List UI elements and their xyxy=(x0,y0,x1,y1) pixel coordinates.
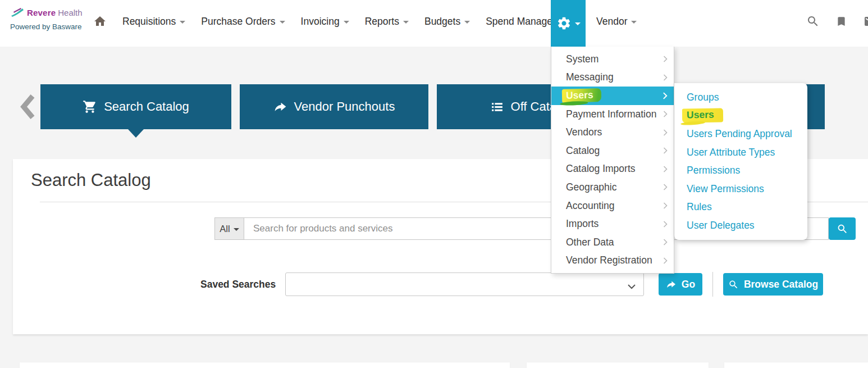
submenu-item-user-attribute-types[interactable]: User Attribute Types xyxy=(674,143,807,162)
go-button[interactable]: Go xyxy=(659,273,702,296)
search-icon xyxy=(728,279,739,290)
search-icon xyxy=(837,223,848,235)
nav-item-invoicing[interactable]: Invoicing xyxy=(301,16,349,28)
menu-item-imports[interactable]: Imports xyxy=(551,215,674,233)
chevron-right-icon xyxy=(663,147,668,154)
chevron-down-icon xyxy=(464,21,470,24)
saved-searches-select[interactable] xyxy=(285,272,644,296)
bottom-card xyxy=(527,362,709,368)
app-header: RevereHealth Powered by Basware Requisit… xyxy=(0,0,868,47)
tab-vendor-punchouts[interactable]: Vendor Punchouts xyxy=(240,84,428,129)
menu-item-accounting[interactable]: Accounting xyxy=(551,197,674,215)
chevron-right-icon xyxy=(663,129,668,136)
nav-item-requisitions[interactable]: Requisitions xyxy=(122,16,185,28)
chevron-down-icon xyxy=(344,21,349,24)
header-icons xyxy=(806,0,868,43)
menu-item-other-data[interactable]: Other Data xyxy=(551,233,674,252)
menu-item-catalog-imports[interactable]: Catalog Imports xyxy=(551,160,674,179)
submenu-item-users[interactable]: Users xyxy=(674,107,807,125)
chevron-down-icon xyxy=(575,22,581,25)
tab-search-catalog[interactable]: Search Catalog xyxy=(40,84,231,129)
chevron-left-icon xyxy=(19,94,36,120)
brand-name-primary: Revere xyxy=(27,8,56,17)
menu-item-payment-information[interactable]: Payment Information xyxy=(551,105,674,124)
tab-label: Search Catalog xyxy=(104,99,189,114)
search-icon[interactable] xyxy=(806,15,820,28)
menu-item-vendor-registration[interactable]: Vendor Registration xyxy=(551,252,674,270)
browse-catalog-button[interactable]: Browse Catalog xyxy=(723,273,823,296)
share-arrow-icon xyxy=(666,279,677,290)
bottom-card xyxy=(20,362,510,368)
menu-item-catalog[interactable]: Catalog xyxy=(551,142,674,160)
submenu-item-rules[interactable]: Rules xyxy=(674,198,807,217)
main-nav-vendor: Vendor xyxy=(596,0,637,43)
brand-swoosh-icon xyxy=(10,7,25,18)
cart-icon xyxy=(83,99,97,114)
search-scope-button[interactable]: All xyxy=(214,217,244,240)
nav-item-vendor[interactable]: Vendor xyxy=(596,16,637,28)
chevron-down-icon xyxy=(631,21,637,24)
active-tab-pointer xyxy=(128,129,144,138)
chevron-right-icon xyxy=(663,111,668,117)
bookmark-icon[interactable] xyxy=(835,15,847,28)
nav-item-budgets[interactable]: Budgets xyxy=(424,16,470,28)
chevron-right-icon xyxy=(663,202,668,209)
home-button[interactable] xyxy=(93,15,107,28)
submenu-item-users-pending-approval[interactable]: Users Pending Approval xyxy=(674,125,807,143)
gear-icon xyxy=(556,16,572,31)
chevron-down-icon xyxy=(628,281,636,292)
home-icon xyxy=(93,15,107,28)
brand-name-secondary: Health xyxy=(58,8,82,17)
users-submenu-panel: Groups Users Users Pending Approval User… xyxy=(674,83,807,240)
chevron-down-icon xyxy=(403,21,409,24)
share-arrow-icon xyxy=(273,100,287,114)
list-icon xyxy=(490,100,504,114)
submenu-item-permissions[interactable]: Permissions xyxy=(674,161,807,180)
chevron-right-icon xyxy=(663,184,668,190)
submenu-item-view-permissions[interactable]: View Permissions xyxy=(674,180,807,198)
tabs-scroll-left-button[interactable] xyxy=(19,94,36,122)
menu-item-system[interactable]: System xyxy=(551,50,674,69)
tab-label: Vendor Punchouts xyxy=(294,99,395,114)
admin-menu-button[interactable] xyxy=(551,0,586,47)
nav-item-purchase-orders[interactable]: Purchase Orders xyxy=(201,16,285,28)
chevron-right-icon xyxy=(663,257,668,264)
chevron-down-icon xyxy=(180,21,185,24)
divider xyxy=(712,272,713,297)
search-submit-button[interactable] xyxy=(829,217,856,240)
admin-menu-panel: System Messaging Users Payment Informati… xyxy=(551,47,674,274)
menu-item-messaging[interactable]: Messaging xyxy=(551,69,674,87)
nav-item-reports[interactable]: Reports xyxy=(365,16,409,28)
chevron-right-icon xyxy=(663,221,668,228)
chevron-down-icon xyxy=(280,21,285,24)
chevron-right-icon xyxy=(663,239,668,246)
menu-item-vendors[interactable]: Vendors xyxy=(551,123,674,142)
saved-searches-label: Saved Searches xyxy=(200,279,276,290)
chevron-right-icon xyxy=(663,56,668,62)
chevron-down-icon xyxy=(234,228,239,231)
highlight-annotation: Users xyxy=(562,89,601,103)
submenu-item-groups[interactable]: Groups xyxy=(674,88,807,107)
chevron-right-icon xyxy=(663,166,668,172)
highlight-annotation: Users xyxy=(682,108,723,123)
menu-item-users[interactable]: Users xyxy=(551,87,674,105)
submenu-item-user-delegates[interactable]: User Delegates xyxy=(674,216,807,235)
page-title: Search Catalog xyxy=(31,170,151,190)
chevron-right-icon xyxy=(663,74,668,81)
mail-icon[interactable] xyxy=(863,15,868,28)
menu-item-geographic[interactable]: Geographic xyxy=(551,178,674,197)
main-nav: Requisitions Purchase Orders Invoicing R… xyxy=(93,0,565,43)
bottom-card xyxy=(724,362,868,368)
chevron-right-icon xyxy=(663,92,668,99)
